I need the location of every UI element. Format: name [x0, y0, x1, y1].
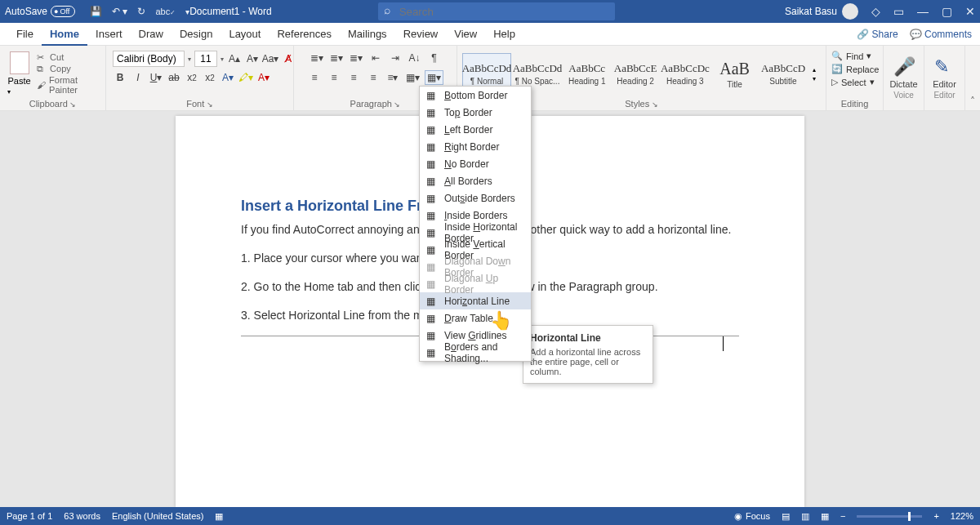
- tab-design[interactable]: Design: [172, 23, 220, 46]
- replace-button[interactable]: 🔄 Replace: [831, 64, 879, 74]
- menu-item[interactable]: ▦Bottom Border: [420, 87, 531, 104]
- highlight-icon[interactable]: 🖍▾: [238, 70, 253, 85]
- bullets-icon[interactable]: ≣▾: [310, 51, 324, 65]
- print-layout-icon[interactable]: ▥: [801, 511, 809, 522]
- menu-item[interactable]: ▦Right Border: [420, 138, 531, 155]
- style-card[interactable]: AaBbCcDcHeading 3: [661, 53, 710, 96]
- zoom-level[interactable]: 122%: [951, 511, 973, 521]
- paste-button[interactable]: Paste▾: [5, 51, 33, 96]
- shrink-font-icon[interactable]: A▾: [245, 51, 260, 66]
- indent-icon[interactable]: ⇥: [388, 51, 403, 65]
- tab-mailings[interactable]: Mailings: [340, 23, 395, 46]
- line-spacing-icon[interactable]: ≡▾: [385, 70, 400, 85]
- diamond-icon[interactable]: ◇: [871, 5, 880, 18]
- subscript-icon[interactable]: x2: [185, 70, 199, 85]
- underline-icon[interactable]: U▾: [149, 70, 163, 85]
- font-family-select[interactable]: [113, 51, 185, 67]
- spellcheck-icon[interactable]: abc✓: [155, 7, 176, 16]
- style-card[interactable]: AaBTitle: [711, 53, 758, 96]
- tab-references[interactable]: References: [269, 23, 339, 46]
- dictate-group[interactable]: 🎤 Dictate Voice: [884, 46, 924, 110]
- copy-button[interactable]: ⧉Copy: [37, 64, 100, 73]
- justify-icon[interactable]: ≡: [366, 70, 381, 85]
- grow-font-icon[interactable]: A▴: [227, 51, 242, 66]
- tab-home[interactable]: Home: [42, 23, 87, 46]
- menu-item[interactable]: ▦Outside Borders: [420, 189, 531, 207]
- tab-insert[interactable]: Insert: [87, 23, 131, 46]
- close-icon[interactable]: ✕: [965, 5, 975, 18]
- shading-icon[interactable]: ▦▾: [405, 70, 420, 85]
- qat-more-icon[interactable]: ▾: [185, 7, 189, 16]
- dialog-launcher-icon[interactable]: ↘: [649, 100, 658, 109]
- menu-item[interactable]: ▦No Border: [420, 155, 531, 172]
- search-input[interactable]: [378, 2, 615, 20]
- zoom-out-icon[interactable]: −: [840, 511, 845, 521]
- bold-icon[interactable]: B: [113, 70, 127, 85]
- tab-view[interactable]: View: [446, 23, 485, 46]
- save-icon[interactable]: 💾: [90, 6, 102, 17]
- read-mode-icon[interactable]: ▤: [782, 511, 790, 522]
- select-button[interactable]: ▷ Select ▾: [831, 77, 875, 87]
- cut-button[interactable]: ✂Cut: [37, 52, 100, 62]
- maximize-icon[interactable]: ▢: [942, 5, 952, 18]
- align-right-icon[interactable]: ≡: [346, 70, 361, 85]
- page-indicator[interactable]: Page 1 of 1: [7, 511, 52, 521]
- zoom-in-icon[interactable]: +: [933, 511, 938, 521]
- web-layout-icon[interactable]: ▦: [821, 511, 829, 522]
- menu-item[interactable]: ▦Left Border: [420, 121, 531, 138]
- menu-item[interactable]: ▦Borders and Shading...: [420, 344, 531, 361]
- collapse-ribbon-icon[interactable]: ˄: [965, 46, 980, 110]
- style-card[interactable]: AaBbCcDSubtitle: [760, 53, 806, 96]
- superscript-icon[interactable]: x2: [203, 70, 217, 85]
- strikethrough-icon[interactable]: ab: [167, 70, 181, 85]
- dialog-launcher-icon[interactable]: ↘: [204, 100, 213, 109]
- ribbon-tabs: FileHomeInsertDrawDesignLayoutReferences…: [0, 23, 980, 46]
- border-icon: ▦: [426, 107, 438, 118]
- text-effects-icon[interactable]: A▾: [220, 70, 235, 85]
- font-color-icon[interactable]: A▾: [256, 70, 271, 85]
- align-left-icon[interactable]: ≡: [307, 70, 322, 85]
- styles-more-icon[interactable]: ▴▾: [808, 66, 821, 82]
- font-size-select[interactable]: [194, 51, 217, 67]
- menu-item[interactable]: ▦Top Border: [420, 104, 531, 121]
- sort-icon[interactable]: A↓: [408, 51, 422, 65]
- minimize-icon[interactable]: —: [917, 5, 929, 18]
- outdent-icon[interactable]: ⇤: [368, 51, 383, 65]
- dialog-launcher-icon[interactable]: ↘: [68, 100, 77, 109]
- comments-button[interactable]: 💬 Comments: [910, 29, 972, 40]
- find-button[interactable]: 🔍 Find ▾: [831, 51, 871, 61]
- editor-group[interactable]: ✎ Editor Editor: [924, 46, 965, 110]
- undo-icon[interactable]: ↶ ▾: [112, 6, 127, 17]
- show-marks-icon[interactable]: ¶: [427, 51, 442, 65]
- numbering-icon[interactable]: ≣▾: [329, 51, 344, 65]
- avatar: [842, 3, 858, 20]
- redo-icon[interactable]: ↻: [137, 6, 145, 17]
- menu-item[interactable]: ▦Draw Table: [420, 309, 531, 327]
- language-indicator[interactable]: English (United States): [112, 511, 204, 521]
- tab-file[interactable]: File: [8, 23, 42, 46]
- tab-draw[interactable]: Draw: [131, 23, 172, 46]
- change-case-icon[interactable]: Aa▾: [263, 51, 278, 66]
- tab-help[interactable]: Help: [485, 23, 523, 46]
- tab-layout[interactable]: Layout: [220, 23, 269, 46]
- zoom-slider[interactable]: [857, 515, 922, 518]
- word-count[interactable]: 63 words: [64, 511, 100, 521]
- share-button[interactable]: 🔗 Share: [857, 29, 898, 40]
- focus-mode-button[interactable]: ◉ Focus: [734, 511, 770, 522]
- macro-icon[interactable]: ▦: [215, 511, 223, 522]
- dialog-launcher-icon[interactable]: ↘: [392, 100, 401, 109]
- border-icon: ▦: [426, 176, 438, 187]
- style-card[interactable]: AaBbCcEHeading 2: [612, 53, 658, 96]
- autosave-toggle[interactable]: AutoSave ● Off: [5, 6, 75, 17]
- multilevel-icon[interactable]: ≣▾: [349, 51, 363, 65]
- ribbon-display-icon[interactable]: ▭: [893, 5, 904, 18]
- borders-button[interactable]: ▦▾: [425, 70, 443, 85]
- style-card[interactable]: AaBbCcHeading 1: [564, 53, 610, 96]
- user-account[interactable]: Saikat Basu: [785, 3, 858, 20]
- align-center-icon[interactable]: ≡: [327, 70, 341, 85]
- italic-icon[interactable]: I: [131, 70, 145, 85]
- format-painter-button[interactable]: 🖌Format Painter: [37, 75, 100, 95]
- border-icon: ▦: [426, 278, 438, 290]
- menu-item[interactable]: ▦All Borders: [420, 172, 531, 189]
- tab-review[interactable]: Review: [395, 23, 447, 46]
